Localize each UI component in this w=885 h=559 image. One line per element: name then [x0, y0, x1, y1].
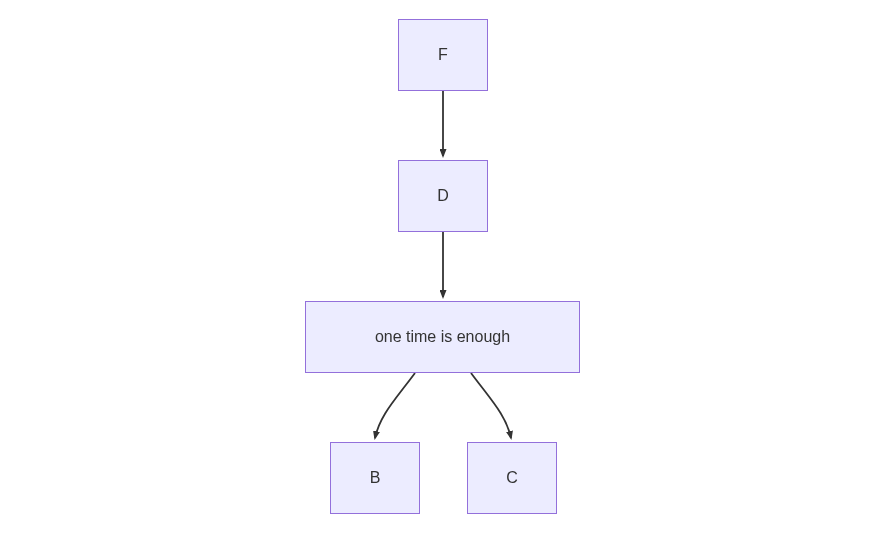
node-f: F — [398, 19, 488, 91]
node-c: C — [467, 442, 557, 514]
node-b: B — [330, 442, 420, 514]
edge-a-b — [375, 373, 415, 438]
edge-a-c — [471, 373, 511, 438]
node-a-label: one time is enough — [375, 328, 510, 346]
node-f-label: F — [438, 46, 448, 64]
node-d-label: D — [437, 187, 449, 205]
node-b-label: B — [370, 469, 381, 487]
node-d: D — [398, 160, 488, 232]
flowchart-diagram: F D one time is enough B C — [0, 0, 885, 559]
node-a: one time is enough — [305, 301, 580, 373]
node-c-label: C — [506, 469, 518, 487]
